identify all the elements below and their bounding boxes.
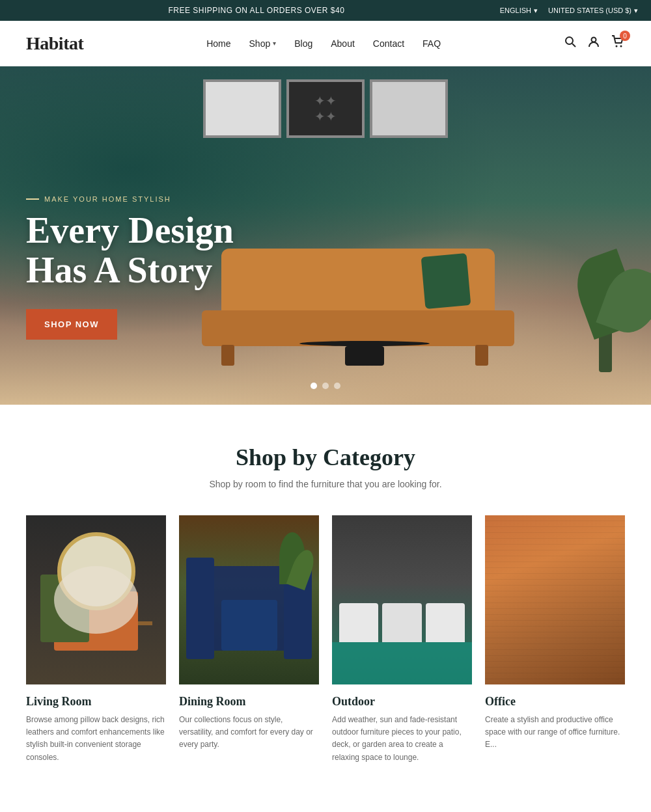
header-icons: 0 — [564, 34, 625, 52]
category-card-office[interactable]: Office Create a stylish and productive o… — [485, 515, 625, 779]
carousel-dot-1[interactable] — [311, 383, 317, 389]
nav-item-about[interactable]: About — [331, 38, 355, 49]
shop-now-button[interactable]: SHOP NOW — [26, 309, 117, 340]
nav-item-shop[interactable]: Shop ▾ — [249, 38, 277, 49]
svg-point-3 — [615, 46, 617, 47]
cart-count: 0 — [620, 31, 630, 41]
nav-item-faq[interactable]: FAQ — [422, 38, 441, 49]
office-image — [485, 515, 625, 684]
category-image-outdoor — [332, 515, 472, 684]
category-card-dining-room[interactable]: Dining Room Our collections focus on sty… — [179, 515, 332, 779]
dropdown-arrow-icon: ▾ — [634, 7, 638, 15]
category-section-subtitle: Shop by room to find the furniture that … — [26, 479, 625, 489]
svg-point-0 — [566, 37, 573, 44]
cart-icon[interactable]: 0 — [611, 34, 625, 52]
hero-title: Every Design Has A Story — [26, 211, 299, 291]
nav-item-home[interactable]: Home — [206, 38, 230, 49]
search-icon[interactable] — [564, 35, 577, 51]
dining-room-image — [179, 515, 319, 684]
chevron-down-icon: ▾ — [273, 40, 276, 47]
dropdown-arrow-icon: ▾ — [534, 7, 538, 15]
hero-content: MAKE YOUR HOME STYLISH Every Design Has … — [26, 195, 299, 340]
category-image-dining-room — [179, 515, 319, 684]
hero-section: ✦✦✦✦ MAKE YOUR HOME STYLISH Every Design… — [0, 66, 651, 405]
category-image-office — [485, 515, 625, 684]
category-image-living-room — [26, 515, 166, 684]
category-name-dining-room: Dining Room — [179, 695, 319, 709]
svg-line-1 — [572, 44, 575, 47]
category-grid: Living Room Browse among pillow back des… — [26, 515, 625, 779]
hero-carousel-dots — [311, 383, 340, 389]
carousel-dot-2[interactable] — [322, 383, 329, 389]
category-desc-outdoor: Add weather, sun and fade-resistant outd… — [332, 714, 472, 764]
site-header: Habitat Home Shop ▾ Blog About Contact F… — [0, 21, 651, 66]
carousel-dot-3[interactable] — [334, 383, 340, 389]
nav-item-blog[interactable]: Blog — [294, 38, 312, 49]
category-card-outdoor[interactable]: Outdoor Add weather, sun and fade-resist… — [332, 515, 485, 779]
nav-item-contact[interactable]: Contact — [373, 38, 404, 49]
account-icon[interactable] — [587, 35, 600, 51]
category-section-title: Shop by Category — [26, 444, 625, 471]
category-name-living-room: Living Room — [26, 695, 166, 709]
category-desc-office: Create a stylish and productive office s… — [485, 714, 625, 751]
top-bar: FREE SHIPPING ON ALL ORDERS OVER $40 ENG… — [0, 0, 651, 21]
svg-point-2 — [591, 38, 596, 42]
site-logo[interactable]: Habitat — [26, 33, 83, 54]
announcement-text: FREE SHIPPING ON ALL ORDERS OVER $40 — [13, 6, 500, 15]
outdoor-image — [332, 515, 472, 684]
category-desc-dining-room: Our collections focus on style, versatil… — [179, 714, 319, 751]
living-room-image — [26, 515, 166, 684]
category-card-living-room[interactable]: Living Room Browse among pillow back des… — [26, 515, 179, 779]
category-desc-living-room: Browse among pillow back designs, rich l… — [26, 714, 166, 764]
svg-point-4 — [620, 46, 622, 47]
shop-by-category-section: Shop by Category Shop by room to find th… — [0, 405, 651, 812]
currency-selector[interactable]: UNITED STATES (USD $) ▾ — [548, 7, 638, 15]
category-name-outdoor: Outdoor — [332, 695, 472, 709]
hero-eyebrow: MAKE YOUR HOME STYLISH — [26, 195, 299, 203]
category-name-office: Office — [485, 695, 625, 709]
language-selector[interactable]: ENGLISH ▾ — [500, 7, 538, 15]
main-nav: Home Shop ▾ Blog About Contact FAQ — [206, 38, 441, 49]
